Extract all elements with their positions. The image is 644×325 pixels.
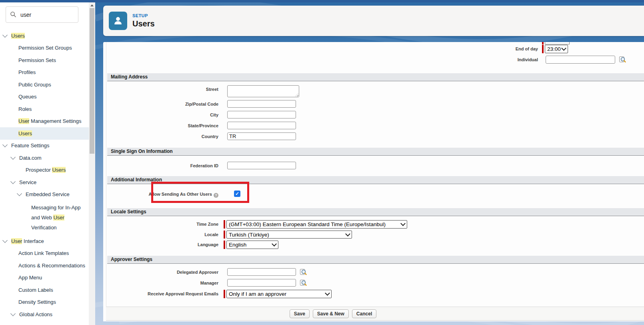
end-of-day-label: End of day [458,46,538,51]
screen: UsersPermission Set GroupsPermission Set… [0,0,644,325]
sidebar-item-global-actions[interactable]: Global Actions [0,308,89,321]
sidebar-item-roles[interactable]: Roles [0,103,89,115]
sidebar-item-user-interface[interactable]: User Interface [0,235,89,247]
sidebar-item-prospector-users[interactable]: Prospector Users [0,164,89,177]
sidebar-item-label: Profiles [18,69,36,75]
field-row-federation-id: Federation ID [106,162,644,169]
field-row-language: LanguageEnglish [106,241,644,249]
allow-sending-as-other-users-checkbox[interactable]: ✓ [234,191,240,197]
federation-id-input[interactable] [227,162,296,169]
sidebar-item-messaging-for-in-app-and-web-user-verification[interactable]: Messaging for In-App and Web User Verifi… [0,201,89,235]
sidebar-item-embedded-service[interactable]: Embedded Service [0,189,89,201]
resize-grip[interactable] [295,93,298,96]
country-input[interactable] [227,132,296,140]
chevron-down-icon[interactable] [10,154,16,160]
section-header-locale-settings: Locale Settings [107,208,644,216]
setup-eyebrow: SETUP [132,13,155,18]
help-icon[interactable]: ? [214,193,218,198]
required-indicator [224,231,225,239]
chevron-down-icon[interactable] [17,191,22,196]
field-row-manager: Manager [106,279,644,287]
lookup-icon[interactable] [300,268,307,275]
sidebar-item-data-com[interactable]: Data.com [0,152,89,164]
chevron-down-icon[interactable] [2,32,8,38]
sidebar-item-label: Embedded Service [26,191,70,197]
button-bar: SaveSave & NewCancel [106,307,644,321]
time-zone-select[interactable]: (GMT+03:00) Eastern European Standard Ti… [226,220,407,229]
field-row-locale: LocaleTurkish (Türkiye) [106,231,644,239]
setup-user-icon [109,12,127,30]
sidebar-item-user-management-settings[interactable]: User Management Settings [0,115,89,128]
chevron-down-icon [345,231,350,237]
field-label-allow-sending-as-other-users: Allow Sending As Other Users? [106,190,223,198]
individual-input[interactable] [546,56,615,64]
field-label-country: Country [106,132,223,139]
scrollbar-thumb[interactable] [90,8,94,154]
sidebar-item-users[interactable]: Users [0,30,89,42]
sidebar-item-profiles[interactable]: Profiles [0,66,89,79]
chevron-down-icon [272,241,277,247]
save-new-button[interactable]: Save & New [313,309,349,318]
sidebar-item-density-settings[interactable]: Density Settings [0,296,89,309]
required-indicator [224,220,225,229]
sidebar-item-label: Action Link Templates [18,250,69,256]
sidebar-scrollbar[interactable] [89,2,95,325]
partial-cutoff-select[interactable] [545,42,570,44]
sidebar-item-queues[interactable]: Queues [0,91,89,103]
field-row-allow-sending-as-other-users: Allow Sending As Other Users?✓ [106,190,644,198]
field-label-receive-approval-request-emails: Receive Approval Request Emails [106,290,223,297]
field-row-country: Country [106,132,644,140]
sidebar-item-custom-labels[interactable]: Custom Labels [0,284,89,296]
page-title: Users [132,19,155,28]
delegated-approver-input[interactable] [227,268,296,276]
sidebar-item-label: Queues [18,94,37,100]
chevron-down-icon[interactable] [10,311,16,316]
sidebar-item-permission-sets[interactable]: Permission Sets [0,54,89,66]
sidebar-item-actions-recommendations[interactable]: Actions & Recommendations [0,259,89,272]
field-label-federation-id: Federation ID [106,162,223,169]
field-label-language: Language [106,241,223,247]
sidebar-item-permission-set-groups[interactable]: Permission Set Groups [0,42,89,54]
sidebar-item-label: Users [11,33,25,39]
sidebar-item-users[interactable]: Users [0,127,89,140]
global-header-strip [0,0,644,2]
chevron-down-icon [561,46,566,51]
scrollbar-up-arrow-icon[interactable] [90,4,94,6]
receive-approval-request-emails-select[interactable]: Only if I am an approver [226,290,332,298]
locale-select[interactable]: Turkish (Türkiye) [226,231,352,239]
search-input[interactable] [6,6,78,23]
field-label-manager: Manager [106,279,223,286]
manager-input[interactable] [227,279,296,287]
partial-required-bar [542,42,544,44]
field-label-zip-postal-code: Zip/Postal Code [106,100,223,107]
language-select[interactable]: English [226,241,278,249]
field-row-state-province: State/Province [106,122,644,129]
required-indicator [224,241,225,249]
sidebar-item-label: Users [18,130,32,136]
state-province-input[interactable] [227,122,296,129]
street-textarea[interactable] [227,85,299,97]
sidebar-search [6,6,84,23]
chevron-down-icon[interactable] [2,238,8,243]
city-input[interactable] [227,111,296,118]
end-of-day-select[interactable]: 23:00 [545,45,568,53]
sidebar-item-label: Service [19,179,36,185]
chevron-down-icon[interactable] [2,142,8,147]
cancel-button[interactable]: Cancel [352,309,376,318]
sidebar-item-feature-settings[interactable]: Feature Settings [0,140,89,152]
edit-form: Mailing AddressStreetZip/Postal CodeCity… [106,73,644,300]
chevron-down-icon [325,291,330,296]
field-label-state-province: State/Province [106,122,223,128]
field-label-city: City [106,111,223,118]
header-text: SETUP Users [132,13,155,28]
sidebar-item-action-link-templates[interactable]: Action Link Templates [0,247,89,260]
individual-lookup-icon[interactable] [619,56,626,63]
zip-postal-code-input[interactable] [227,100,296,108]
save-button[interactable]: Save [290,309,310,318]
sidebar-item-service[interactable]: Service [0,176,89,189]
sidebar-item-app-menu[interactable]: App Menu [0,272,89,284]
lookup-icon[interactable] [300,279,307,286]
sidebar-item-public-groups[interactable]: Public Groups [0,78,89,91]
chevron-down-icon[interactable] [10,179,16,184]
field-label-locale: Locale [106,231,223,237]
